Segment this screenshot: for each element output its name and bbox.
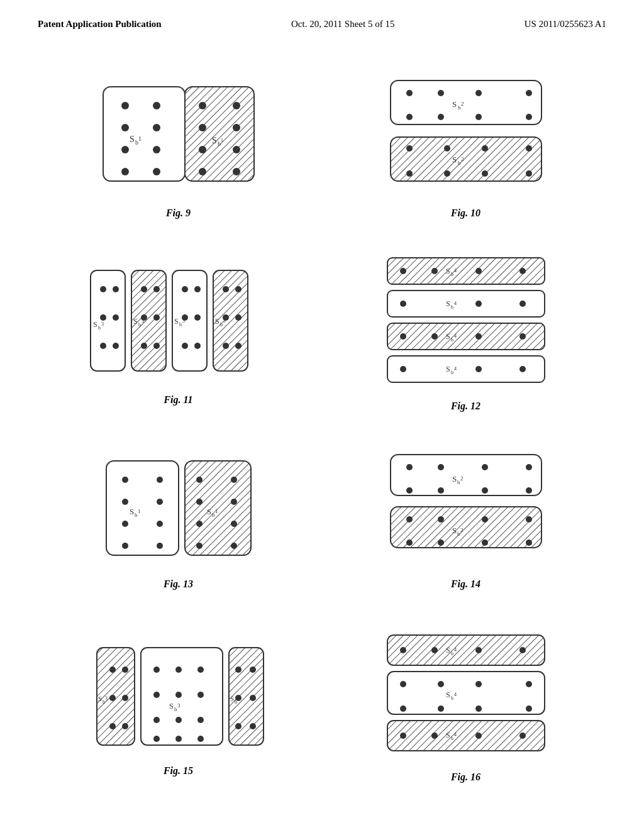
svg-point-142 <box>231 521 237 527</box>
svg-point-118 <box>475 366 482 372</box>
svg-point-103 <box>475 301 482 307</box>
svg-text:b: b <box>179 322 182 328</box>
svg-point-185 <box>197 667 204 673</box>
svg-point-41 <box>444 145 450 152</box>
svg-text:S: S <box>130 135 135 144</box>
svg-point-36 <box>438 114 444 120</box>
figure-15: S b 3 S b 3 S b 3 Fig. 15 <box>38 617 319 799</box>
svg-point-131 <box>122 543 128 549</box>
svg-point-172 <box>526 540 532 546</box>
svg-point-162 <box>406 516 413 523</box>
svg-point-66 <box>141 343 147 349</box>
svg-point-190 <box>175 717 182 723</box>
svg-text:b: b <box>451 272 453 277</box>
svg-text:b: b <box>98 325 101 331</box>
svg-point-152 <box>482 464 488 470</box>
fig9-svg: S b 1 S b 1 <box>91 74 267 200</box>
svg-text:2: 2 <box>460 475 464 482</box>
fig10-svg: S b 2 S b 2 <box>378 74 554 200</box>
svg-point-28 <box>406 90 413 96</box>
svg-point-220 <box>400 681 406 687</box>
svg-text:1: 1 <box>221 138 223 143</box>
svg-point-150 <box>406 464 413 470</box>
svg-point-170 <box>438 540 444 546</box>
svg-point-130 <box>157 521 163 527</box>
svg-point-228 <box>438 706 444 712</box>
svg-text:4: 4 <box>454 647 457 653</box>
svg-point-144 <box>231 543 237 549</box>
svg-point-75 <box>235 286 242 292</box>
fig11-svg: S b 3 S b 3 S b 3 S b 3 <box>84 261 273 387</box>
svg-text:S: S <box>230 695 234 702</box>
svg-point-163 <box>438 516 444 523</box>
svg-point-199 <box>235 723 242 729</box>
svg-point-143 <box>196 543 203 549</box>
svg-text:3: 3 <box>177 702 180 709</box>
svg-point-194 <box>197 736 204 742</box>
fig12-label: Fig. 12 <box>451 401 480 412</box>
svg-point-111 <box>475 333 482 340</box>
svg-point-56 <box>100 286 106 292</box>
svg-point-10 <box>153 168 160 175</box>
svg-text:S: S <box>452 99 457 109</box>
svg-point-78 <box>223 343 229 349</box>
svg-point-48 <box>444 170 450 177</box>
svg-text:3: 3 <box>101 321 104 327</box>
svg-point-17 <box>199 124 206 131</box>
svg-point-186 <box>153 692 160 698</box>
svg-point-213 <box>431 647 438 653</box>
svg-text:4: 4 <box>454 333 457 339</box>
svg-point-234 <box>475 733 482 739</box>
svg-point-117 <box>400 366 406 372</box>
svg-text:2: 2 <box>461 101 464 107</box>
svg-rect-174 <box>97 648 135 745</box>
svg-point-4 <box>153 102 160 109</box>
svg-point-196 <box>250 667 256 673</box>
svg-point-73 <box>194 343 201 349</box>
fig11-label: Fig. 11 <box>164 394 192 406</box>
svg-text:S: S <box>174 317 179 326</box>
svg-point-29 <box>438 90 444 96</box>
svg-point-125 <box>122 477 128 483</box>
svg-point-140 <box>231 499 237 505</box>
header-date-sheet: Oct. 20, 2011 Sheet 5 of 15 <box>291 18 394 31</box>
svg-point-49 <box>482 170 488 177</box>
svg-point-179 <box>109 695 116 701</box>
svg-point-198 <box>250 695 256 701</box>
svg-point-74 <box>223 286 229 292</box>
svg-point-3 <box>121 102 129 109</box>
svg-text:S: S <box>133 317 138 326</box>
svg-rect-149 <box>391 455 541 495</box>
svg-point-40 <box>406 145 413 152</box>
svg-point-31 <box>526 90 532 96</box>
svg-point-151 <box>438 464 444 470</box>
svg-point-58 <box>100 314 106 321</box>
svg-point-47 <box>406 170 413 177</box>
svg-text:3: 3 <box>105 695 108 701</box>
svg-point-38 <box>526 114 532 120</box>
svg-point-102 <box>400 301 406 307</box>
svg-point-35 <box>406 114 413 120</box>
svg-point-183 <box>153 667 160 673</box>
svg-text:S: S <box>446 332 450 341</box>
svg-point-158 <box>438 487 444 494</box>
svg-point-215 <box>519 647 526 653</box>
svg-point-157 <box>406 487 413 494</box>
svg-text:b: b <box>451 736 453 741</box>
svg-point-16 <box>233 102 240 109</box>
svg-text:b: b <box>138 322 141 328</box>
svg-point-94 <box>400 268 406 274</box>
svg-point-169 <box>406 540 413 546</box>
svg-rect-124 <box>106 461 179 555</box>
fig12-svg: S b 4 S b 4 S b 4 S b <box>378 255 554 393</box>
svg-point-62 <box>141 286 147 292</box>
svg-point-59 <box>113 314 119 321</box>
figure-16: S b 4 S b 4 S b 4 Fig. <box>325 617 606 799</box>
svg-point-15 <box>199 102 206 109</box>
svg-point-65 <box>153 314 160 321</box>
svg-point-77 <box>235 314 242 321</box>
svg-point-233 <box>431 733 438 739</box>
svg-point-195 <box>235 667 242 673</box>
svg-point-193 <box>175 736 182 742</box>
svg-point-61 <box>113 343 119 349</box>
